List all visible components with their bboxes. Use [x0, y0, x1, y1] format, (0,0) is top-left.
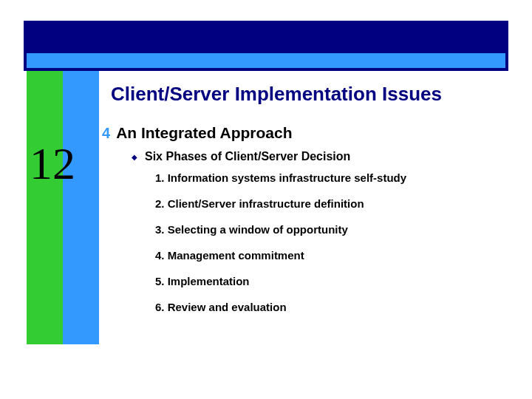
stripe-green: [27, 71, 63, 344]
diamond-icon: ◆: [132, 153, 137, 161]
bullet-icon: 4: [102, 126, 110, 140]
bullet-row: 4 An Integrated Approach: [102, 124, 293, 142]
subheading-text: Six Phases of Client/Server Decision: [145, 150, 350, 163]
chapter-number: 12: [30, 137, 75, 190]
phase-item: 4. Management commitment: [155, 249, 406, 262]
phase-item: 3. Selecting a window of opportunity: [155, 223, 406, 236]
stripe-blue: [63, 71, 99, 344]
phases-list: 1. Information systems infrastructure se…: [155, 171, 406, 327]
phase-item: 2. Client/Server infrastructure definiti…: [155, 197, 406, 210]
header-bar-accent: [27, 53, 505, 68]
bullet-text: An Integrated Approach: [116, 124, 292, 142]
subheading-row: ◆ Six Phases of Client/Server Decision: [132, 150, 350, 163]
phase-item: 5. Implementation: [155, 275, 406, 287]
side-stripes: [27, 71, 99, 344]
phase-item: 1. Information systems infrastructure se…: [155, 171, 406, 184]
phase-item: 6. Review and evaluation: [155, 301, 406, 313]
page-title: Client/Server Implementation Issues: [111, 83, 442, 106]
